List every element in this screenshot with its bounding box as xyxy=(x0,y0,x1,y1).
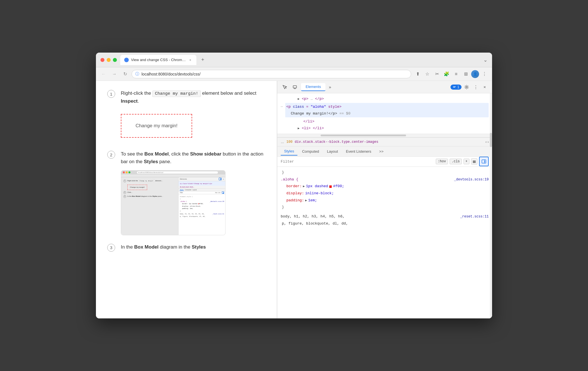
show-sidebar-strong: Show sidebar xyxy=(190,151,222,157)
dom-line-4: </li> xyxy=(281,118,489,125)
reset-selector: body, h1, h2, h3, h4, h5, h6, xyxy=(281,213,345,220)
traffic-lights xyxy=(100,58,117,62)
secure-icon: ⓘ xyxy=(135,72,139,77)
add-rule-button[interactable]: + xyxy=(463,159,469,164)
hov-button[interactable]: :hov xyxy=(436,159,448,164)
step-3-number: 3 xyxy=(107,244,115,252)
dom-line-1: ▶ <p> … </p> xyxy=(281,96,489,102)
change-margin-box[interactable]: Change my margin! xyxy=(121,114,192,138)
settings-button[interactable] xyxy=(463,83,471,91)
devtools-scrollbar[interactable] xyxy=(490,93,492,318)
border-color-swatch[interactable] xyxy=(329,185,332,188)
breadcrumb-navigate[interactable]: ‹ › xyxy=(486,140,489,144)
layout-tab[interactable]: Layout xyxy=(323,147,341,156)
margin-code: Change my margin! xyxy=(152,90,201,97)
screenshot-thumbnail: localhost:8080/docs/devtools/css/ 1 xyxy=(121,170,226,235)
elements-tab[interactable]: Elements xyxy=(301,83,325,91)
styles-tabs-bar: Styles Computed Layout Event Listeners >… xyxy=(277,146,492,157)
layers-button[interactable] xyxy=(471,158,477,165)
dom-arrow-p[interactable]: ▶ xyxy=(298,97,300,101)
aloha-closing-brace: } xyxy=(281,204,489,211)
step-3-content: In the Box Model diagram in the Styles xyxy=(121,243,265,252)
address-bar[interactable]: ⓘ localhost:8080/docs/devtools/css/ xyxy=(132,70,411,78)
svg-rect-0 xyxy=(293,86,297,88)
dom-scrollbar[interactable] xyxy=(277,134,492,137)
aloha-selector: .aloha { xyxy=(281,176,298,183)
tab-bar: View and change CSS - Chrom… × + xyxy=(120,55,480,65)
dom-line-2-group: … <p class = "aloha" style> Change my ma… xyxy=(281,102,489,118)
close-traffic-light[interactable] xyxy=(100,58,104,62)
thumb-tl-red xyxy=(123,171,125,173)
element-picker-button[interactable] xyxy=(281,83,289,91)
filter-input[interactable] xyxy=(281,159,434,164)
border-expand[interactable]: ▶ xyxy=(303,184,305,189)
chrome-menu-button[interactable]: ⋮ xyxy=(480,70,489,78)
refresh-button[interactable]: ↻ xyxy=(121,70,129,78)
devtools-main-toolbar: Elements » 1 ⋮ × xyxy=(277,81,492,93)
thumb-sidebar-btn: ◀ xyxy=(219,178,222,180)
dom-selected-element[interactable]: <p class = "aloha" style> Change my marg… xyxy=(285,103,489,117)
share-button[interactable]: ⬆ xyxy=(413,70,422,78)
profile-avatar[interactable]: 👤 xyxy=(471,70,479,78)
extensions-button[interactable]: ✂ xyxy=(433,70,441,78)
devtools-toolbar-right: 1 ⋮ × xyxy=(450,83,489,91)
border-property-line: border: ▶ 1px dashed #f00; xyxy=(281,183,489,190)
device-toolbar-button[interactable] xyxy=(291,83,299,91)
breadcrumb-num: 100 xyxy=(286,140,293,144)
filter-bar: :hov .cls + xyxy=(277,157,492,167)
reset-rule: body, h1, h2, h3, h4, h5, h6, _reset.scs… xyxy=(281,213,489,227)
nav-bar: ← → ↻ ⓘ localhost:8080/docs/devtools/css… xyxy=(96,67,492,81)
new-tab-button[interactable]: + xyxy=(199,56,207,64)
step-1-text: Right-click the Change my margin! elemen… xyxy=(121,89,265,105)
step-2-number: 2 xyxy=(107,151,115,159)
styles-tab[interactable]: Styles xyxy=(281,147,297,156)
console-badge[interactable]: 1 xyxy=(450,85,462,90)
reset-source[interactable]: _reset.scss:11 xyxy=(460,213,489,220)
step-2-text: To see the Box Model, click the Show sid… xyxy=(121,150,265,165)
padding-expand[interactable]: ▶ xyxy=(305,198,307,204)
dom-line-5: ▶ <li> </li> xyxy=(281,125,489,131)
tab-favicon xyxy=(124,58,129,62)
forward-button[interactable]: → xyxy=(110,70,119,78)
sidebar-toggle-button[interactable]: ⊞ xyxy=(462,70,470,78)
svg-rect-1 xyxy=(294,88,296,89)
thumb-address: localhost:8080/docs/devtools/css/ xyxy=(138,172,163,173)
aloha-source[interactable]: _devtools.scss:19 xyxy=(454,176,489,183)
back-button[interactable]: ← xyxy=(99,70,108,78)
inspect-strong: Inspect xyxy=(121,98,138,104)
browser-window: View and change CSS - Chrom… × + ⌄ ← → ↻… xyxy=(96,53,492,318)
step-1-number: 1 xyxy=(107,90,115,98)
display-property-line: display: inline-block; xyxy=(281,190,489,197)
styles-strong: Styles xyxy=(144,159,158,164)
tab-close-button[interactable]: × xyxy=(188,58,192,62)
filter-actions: :hov .cls + xyxy=(436,157,489,166)
event-listeners-tab[interactable]: Event Listeners xyxy=(342,147,375,156)
computed-tab[interactable]: Computed xyxy=(299,147,322,156)
page-content: 1 Right-click the Change my margin! elem… xyxy=(96,81,277,318)
breadcrumb: … 100 div.stack.stack--block.type.center… xyxy=(277,137,492,146)
puzzle-button[interactable]: 🧩 xyxy=(442,70,451,78)
minimize-traffic-light[interactable] xyxy=(107,58,111,62)
step3-styles-strong: Styles xyxy=(192,244,206,250)
thumb-page-content: 1 Right-click the Change my margin! elem… xyxy=(121,177,178,235)
cls-button[interactable]: .cls xyxy=(450,159,462,164)
more-tabs-button[interactable]: >> xyxy=(376,147,387,156)
show-sidebar-button[interactable] xyxy=(479,157,489,166)
styles-content: } .aloha { _devtools.scss:19 border: ▶ 1… xyxy=(277,167,492,318)
step-3-text: In the Box Model diagram in the Styles xyxy=(121,243,265,251)
reading-list-button[interactable]: ≡ xyxy=(452,70,460,78)
more-panels-button[interactable]: » xyxy=(326,83,334,91)
active-tab[interactable]: View and change CSS - Chrom… × xyxy=(120,55,196,65)
svg-rect-5 xyxy=(473,162,476,163)
breadcrumb-selector[interactable]: div.stack.stack--block.type.center-image… xyxy=(295,140,378,144)
devtools-more-menu[interactable]: ⋮ xyxy=(472,83,480,91)
step-1: 1 Right-click the Change my margin! elem… xyxy=(107,89,265,142)
maximize-traffic-light[interactable] xyxy=(113,58,117,62)
window-menu-button[interactable]: ⌄ xyxy=(483,57,488,63)
breadcrumb-ellipsis[interactable]: … xyxy=(281,140,284,144)
devtools-close-button[interactable]: × xyxy=(481,83,489,91)
tab-title: View and change CSS - Chrom… xyxy=(131,58,186,62)
title-bar: View and change CSS - Chrom… × + ⌄ xyxy=(96,53,492,67)
dom-ellipsis-btn[interactable]: … xyxy=(281,103,285,109)
bookmark-button[interactable]: ☆ xyxy=(423,70,432,78)
